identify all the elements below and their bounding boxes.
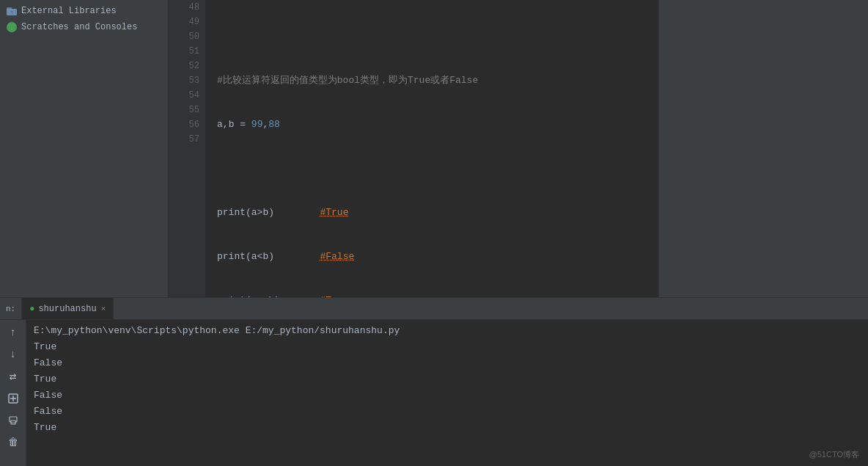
comment-52: #True xyxy=(320,205,348,220)
code-line-51 xyxy=(217,161,647,176)
code-line-50: a,b = 99,88 xyxy=(217,117,647,132)
delete-button[interactable]: 🗑 xyxy=(5,434,21,451)
editor-scrollbar[interactable] xyxy=(861,0,868,297)
print-button[interactable] xyxy=(5,412,21,429)
code-editor: 48 49 50 51 52 53 54 55 56 57 #比较运算符返回的值… xyxy=(169,0,868,297)
line-num-56: 56 xyxy=(169,117,199,132)
code-line-48 xyxy=(217,29,647,44)
tab-label: shuruhanshu xyxy=(38,304,96,314)
scroll-up-button[interactable]: ↑ xyxy=(5,324,21,341)
line-num-48: 48 xyxy=(169,0,199,15)
console-output-line-3: True xyxy=(34,371,861,387)
line-num-54: 54 xyxy=(169,88,199,103)
rerun-button[interactable]: ⇄ xyxy=(5,368,21,385)
bottom-content: ↑ ↓ ⇄ 🗑 E:\my_python\venv\Scr xyxy=(0,320,868,466)
scratches-icon xyxy=(6,21,18,33)
bottom-panel: n: ● shuruhanshu × ↑ ↓ ⇄ xyxy=(0,297,868,466)
watermark: @51CTO博客 xyxy=(809,449,859,460)
tab-close-button[interactable]: × xyxy=(101,305,106,313)
tab-shuruhanshu[interactable]: ● shuruhanshu × xyxy=(22,298,114,319)
console-path-line: E:\my_python\venv\Scripts\python.exe E:/… xyxy=(34,323,861,339)
tab-python-icon: ● xyxy=(29,304,34,314)
sidebar: ↑ External Libraries Scratches and Conso… xyxy=(0,0,169,297)
console-output-line-4: False xyxy=(34,387,861,404)
sidebar-item-external-libraries[interactable]: ↑ External Libraries xyxy=(0,3,168,19)
editor-area: 48 49 50 51 52 53 54 55 56 57 #比较运算符返回的值… xyxy=(169,0,868,297)
line-numbers: 48 49 50 51 52 53 54 55 56 57 xyxy=(169,0,205,297)
external-libraries-icon: ↑ xyxy=(6,5,18,17)
line-num-55: 55 xyxy=(169,103,199,117)
sidebar-item-scratches[interactable]: Scratches and Consoles xyxy=(0,19,168,35)
stop-stop-button[interactable] xyxy=(5,390,21,407)
comment-53: #False xyxy=(320,250,354,264)
console-output-line-5: False xyxy=(34,404,861,420)
line-num-50: 50 xyxy=(169,29,199,44)
bottom-toolbar: ↑ ↓ ⇄ 🗑 xyxy=(0,320,26,466)
code-line-53: print(a<b) #False xyxy=(217,250,647,264)
code-content[interactable]: #比较运算符返回的值类型为bool类型，即为True或者False a,b = … xyxy=(205,0,658,297)
console-output-line-2: False xyxy=(34,355,861,371)
code-line-52: print(a>b) #True xyxy=(217,205,647,220)
line-num-51: 51 xyxy=(169,44,199,59)
run-label: n: xyxy=(0,298,22,319)
right-panel xyxy=(659,0,861,297)
code-line-49: #比较运算符返回的值类型为bool类型，即为True或者False xyxy=(217,73,647,88)
console-output-line-6: True xyxy=(34,420,861,436)
console-output: E:\my_python\venv\Scripts\python.exe E:/… xyxy=(26,320,868,466)
sidebar-item-external-libraries-label: External Libraries xyxy=(21,6,117,16)
line-num-52: 52 xyxy=(169,59,199,73)
sidebar-item-scratches-label: Scratches and Consoles xyxy=(21,22,137,32)
comment-49: #比较运算符返回的值类型为bool类型，即为True或者False xyxy=(217,73,478,88)
svg-text:↑: ↑ xyxy=(10,10,13,15)
svg-rect-7 xyxy=(11,421,15,424)
line-num-53: 53 xyxy=(169,73,199,88)
bottom-tabs: n: ● shuruhanshu × xyxy=(0,298,868,320)
console-output-line-1: True xyxy=(34,339,861,355)
scroll-down-button[interactable]: ↓ xyxy=(5,346,21,363)
line-num-49: 49 xyxy=(169,15,199,29)
code-assign-50: a xyxy=(217,117,223,132)
line-num-57: 57 xyxy=(169,132,199,147)
